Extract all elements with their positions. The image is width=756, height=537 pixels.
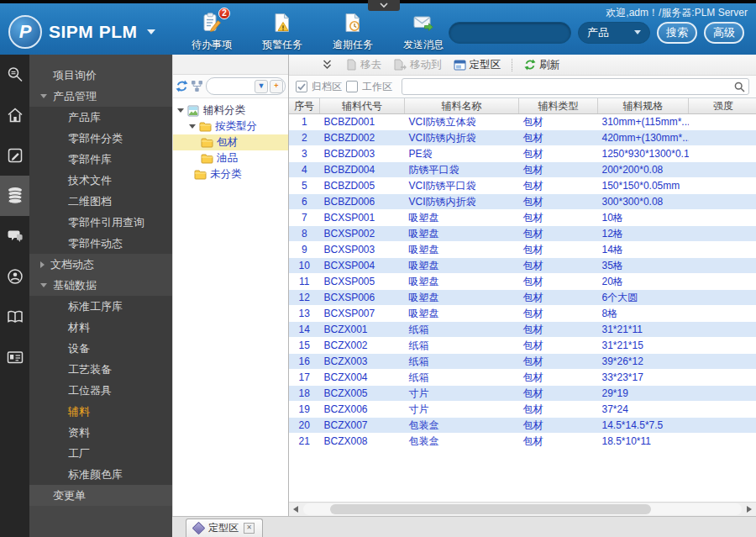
tree-refresh-button[interactable] (176, 80, 188, 92)
table-row[interactable]: 8 BCXSP002 吸塑盘 包材 12格 (289, 226, 756, 242)
column-header-name[interactable]: 辅料名称 (405, 98, 519, 114)
table-row[interactable]: 9 BCXSP003 吸塑盘 包材 14格 (289, 242, 756, 258)
overdue-tasks-button[interactable]: 逾期任务 (328, 12, 378, 52)
table-row[interactable]: 12 BCXSP006 吸塑盘 包材 6个大圆 (289, 290, 756, 306)
sidebar-item-process-equipment[interactable]: 工艺装备 (29, 359, 172, 380)
warning-tasks-button[interactable]: 预警任务 (257, 12, 307, 52)
sidebar-item-standard-color-library[interactable]: 标准颜色库 (29, 464, 172, 485)
column-header-code[interactable]: 辅料代号 (320, 98, 405, 114)
collapse-toolbar-button[interactable] (323, 60, 332, 70)
todo-items-button[interactable]: 2 待办事项 (186, 12, 237, 52)
sidebar-item-product-library[interactable]: 产品库 (29, 107, 172, 128)
search-category-select[interactable]: 产品 (578, 22, 650, 44)
table-row[interactable]: 10 BCXSP004 吸塑盘 包材 35格 (289, 258, 756, 274)
cell-type: 包材 (519, 290, 598, 306)
advanced-search-button[interactable]: 高级 (704, 22, 744, 44)
tree-expand-icon[interactable] (177, 108, 184, 113)
horizontal-scrollbar[interactable] (289, 502, 756, 516)
sidebar-item-part-library[interactable]: 零部件库 (29, 149, 172, 170)
remove-doc-icon (345, 59, 357, 71)
remove-button[interactable]: 移去 (340, 56, 386, 74)
table-row[interactable]: 15 BCZX002 纸箱 包材 31*21*15 (289, 338, 756, 354)
rail-edit-button[interactable] (0, 135, 29, 176)
tree-node-by-type[interactable]: 按类型分 (173, 118, 288, 134)
rail-library-button[interactable] (0, 297, 29, 337)
tree-expand-icon[interactable] (189, 124, 196, 129)
table-row[interactable]: 16 BCZX003 纸箱 包材 39*26*12 (289, 354, 756, 370)
table-row[interactable]: 11 BCXSP005 吸塑盘 包材 20格 (289, 274, 756, 290)
sidebar-item-project-inquiry[interactable]: 项目询价 (29, 65, 172, 86)
sidebar-item-workstation-tools[interactable]: 工位器具 (29, 380, 172, 401)
tree-node-unclassified[interactable]: 未分类 (173, 166, 288, 182)
tree-structure-button[interactable] (191, 80, 203, 92)
tree-node-oil-products[interactable]: 油品 (173, 150, 288, 166)
tree-node-packaging-material[interactable]: 包材 (173, 134, 288, 150)
tree-root-auxiliary-classification[interactable]: 辅料分类 (173, 103, 288, 118)
table-row[interactable]: 21 BCZX008 包装盒 包材 18.5*10*11 (289, 434, 756, 450)
table-row[interactable]: 13 BCXSP007 吸塑盘 包材 8格 (289, 306, 756, 322)
rail-sipm-search-button[interactable] (0, 55, 29, 95)
table-row[interactable]: 4 BCBZD004 防锈平口袋 包材 200*200*0.08 (289, 162, 756, 178)
sidebar-item-auxiliary-materials[interactable]: 辅料 (29, 401, 172, 422)
table-row[interactable]: 2 BCBZD002 VCI防锈内折袋 包材 420mm+(130mm*... (289, 130, 756, 146)
table-row[interactable]: 17 BCZX004 纸箱 包材 33*23*17 (289, 370, 756, 386)
table-row[interactable]: 3 BCBZD003 PE袋 包材 1250*930*1300*0.1 (289, 146, 756, 162)
sidebar-item-standard-process-library[interactable]: 标准工序库 (29, 296, 172, 317)
column-header-seq[interactable]: 序号 (289, 98, 320, 114)
scrollbar-track[interactable] (303, 503, 742, 515)
send-message-button[interactable]: 发送消息 (398, 12, 449, 52)
rail-support-button[interactable] (0, 256, 29, 297)
column-header-strength[interactable]: 强度 (689, 98, 756, 114)
rail-database-button[interactable] (0, 176, 29, 216)
sidebar-item-part-dynamics[interactable]: 零部件动态 (29, 233, 172, 254)
fixed-zone-button[interactable]: 定型区 (449, 56, 507, 74)
rail-home-button[interactable] (0, 95, 29, 135)
table-row[interactable]: 20 BCZX007 包装盒 包材 14.5*14.5*7.5 (289, 418, 756, 434)
tab-close-icon[interactable]: ✕ (244, 523, 255, 534)
sidebar-item-basic-data[interactable]: 基础数据 (29, 275, 172, 296)
table-row[interactable]: 19 BCZX006 寸片 包材 37*24 (289, 402, 756, 418)
tree-add-button[interactable]: + (270, 80, 283, 93)
brand-caret-icon[interactable] (147, 29, 155, 34)
topbar-collapse-tab[interactable] (368, 0, 400, 11)
sidebar-item-materials[interactable]: 材料 (29, 317, 172, 338)
table-row[interactable]: 18 BCZX005 寸片 包材 29*19 (289, 386, 756, 402)
sidebar-item-part-reference-query[interactable]: 零部件引用查询 (29, 212, 172, 233)
sidebar-item-technical-documents[interactable]: 技术文件 (29, 170, 172, 191)
scroll-right-button[interactable] (743, 503, 756, 516)
sidebar-item-part-classification[interactable]: 零部件分类 (29, 128, 172, 149)
move-to-button[interactable]: 移动到 (388, 56, 447, 74)
refresh-button[interactable]: 刷新 (519, 56, 565, 74)
rail-messages-button[interactable] (0, 216, 29, 256)
sidebar-item-change-order[interactable]: 变更单 (29, 485, 172, 506)
table-row[interactable]: 14 BCZX001 纸箱 包材 31*21*11 (289, 322, 756, 338)
cell-spec: 8格 (598, 306, 689, 322)
table-row[interactable]: 1 BCBZD001 VCI防锈立体袋 包材 310mm+(115mm*... (289, 114, 756, 130)
sidebar-item-data[interactable]: 资料 (29, 422, 172, 443)
search-button[interactable]: 搜索 (657, 22, 697, 44)
sidebar-item-product-management[interactable]: 产品管理 (29, 86, 172, 107)
table-body: 1 BCBZD001 VCI防锈立体袋 包材 310mm+(115mm*... … (289, 114, 756, 450)
scroll-left-button[interactable] (289, 503, 302, 516)
cell-strength (689, 226, 756, 242)
sidebar-item-document-dynamics[interactable]: 文档动态 (29, 254, 172, 275)
archive-zone-checkbox[interactable] (296, 81, 307, 92)
rail-idcard-button[interactable] (0, 337, 29, 377)
work-zone-checkbox[interactable] (346, 81, 358, 92)
tree-search-down-button[interactable]: ▼ (255, 80, 268, 93)
cell-type: 包材 (519, 338, 598, 354)
table-row[interactable]: 7 BCXSP001 吸塑盘 包材 10格 (289, 210, 756, 226)
tree-search-input[interactable]: ▼ + (206, 77, 286, 95)
column-header-spec[interactable]: 辅料规格 (598, 98, 689, 114)
cell-code: BCXSP003 (320, 242, 405, 258)
column-header-type[interactable]: 辅料类型 (519, 98, 598, 114)
sidebar-item-2d-drawings[interactable]: 二维图档 (29, 191, 172, 212)
global-search-input[interactable] (449, 22, 571, 44)
sidebar-item-equipment[interactable]: 设备 (29, 338, 172, 359)
scrollbar-thumb[interactable] (330, 504, 651, 514)
table-search-input[interactable] (402, 78, 749, 95)
table-row[interactable]: 6 BCBZD006 VCI防锈内折袋 包材 300*300*0.08 (289, 194, 756, 210)
sidebar-item-factory[interactable]: 工厂 (29, 443, 172, 464)
fixed-zone-tab[interactable]: 定型区 ✕ (186, 519, 263, 537)
table-row[interactable]: 5 BCBZD005 VCI防锈平口袋 包材 150*150*0.05mm (289, 178, 756, 194)
